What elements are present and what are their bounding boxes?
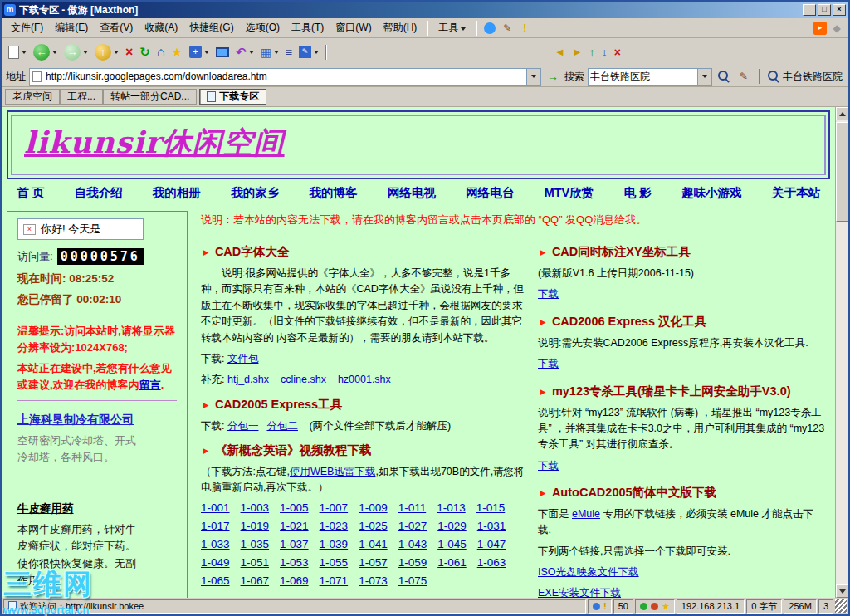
lesson-link[interactable]: 1-029 [437,520,467,532]
pen-icon[interactable]: ✎ [500,21,515,36]
scroll-top-button[interactable]: ↑ [586,41,598,64]
lesson-link[interactable]: 1-041 [359,538,388,550]
menu-item[interactable]: 查看(V) [94,18,139,37]
back-button[interactable]: ← [30,41,61,64]
menu-item[interactable]: 选项(O) [240,18,286,37]
nav-link[interactable]: 电 影 [624,185,652,201]
nav-link[interactable]: 我的博客 [310,185,358,201]
nav-link[interactable]: 自我介绍 [74,185,122,201]
lesson-link[interactable]: 1-043 [398,538,427,550]
download-link[interactable]: 下载 [538,358,559,369]
lesson-link[interactable]: 1-055 [320,556,349,569]
lesson-link[interactable]: 1-013 [437,501,466,514]
nav-link[interactable]: MTV欣赏 [545,185,594,201]
tab[interactable]: 工程... [60,89,103,105]
lesson-link[interactable]: 1-017 [201,520,230,532]
lesson-link[interactable]: 1-075 [398,574,427,587]
refresh-button[interactable]: ↻ [136,41,154,64]
lesson-link[interactable]: 1-069 [280,574,309,587]
screen-capture-button[interactable] [212,41,232,64]
new-page-button[interactable] [5,41,30,64]
lesson-link[interactable]: 1-011 [398,501,427,514]
maximize-button[interactable]: □ [818,4,831,16]
tab[interactable]: 老虎空间 [5,89,60,105]
address-input[interactable] [44,71,526,82]
menu-item[interactable]: 窗口(W) [330,18,377,37]
address-dropdown-button[interactable] [526,69,540,85]
home-button[interactable]: ⌂ [154,41,169,64]
search-input[interactable] [589,71,697,82]
lesson-link[interactable]: 1-021 [280,520,309,532]
form-fill-button[interactable]: ▦ [257,41,282,64]
web-thunder-link[interactable]: 使用WEB迅雷下载 [290,466,375,477]
lesson-link[interactable]: 1-039 [320,538,349,550]
med-link[interactable]: 牛皮癣用药 [17,501,74,516]
lesson-link[interactable]: 1-061 [437,556,467,569]
scroll-down-button[interactable] [836,584,848,598]
lesson-link[interactable]: 1-003 [241,501,270,514]
message-link[interactable]: 留言 [139,379,161,391]
notes-button[interactable]: ✎ [296,41,322,64]
lesson-link[interactable]: 1-073 [359,574,388,587]
previous-result-button[interactable]: ◄ [551,41,569,64]
lightning-icon[interactable]: ! [603,601,607,611]
stop-button[interactable]: × [122,41,136,64]
lesson-link[interactable]: 1-015 [476,501,506,514]
menu-item[interactable]: 快捷组(G) [183,18,239,37]
lesson-link[interactable]: 1-035 [241,538,270,550]
exe-download-link[interactable]: EXE安装文件下载 [538,587,621,599]
lesson-link[interactable]: 1-001 [201,501,230,514]
download-button[interactable]: ↓ [598,41,611,64]
highlight-button[interactable]: ✎ [736,69,751,84]
favorites-status-icon[interactable]: ★ [662,601,670,612]
lesson-link[interactable]: 1-049 [201,556,230,569]
minimize-button[interactable]: _ [803,4,816,16]
lesson-link[interactable]: 1-059 [398,556,427,569]
lesson-link[interactable]: 1-019 [241,520,270,532]
lesson-link[interactable]: 1-063 [477,556,506,569]
lesson-link[interactable]: 1-071 [320,574,349,587]
next-result-button[interactable]: ► [569,41,586,64]
search-go-button[interactable] [716,69,731,84]
download-link[interactable]: 下载 [538,288,559,300]
nav-link[interactable]: 网络电视 [388,185,436,201]
font-file-link[interactable]: htj_d.shx [227,374,269,385]
scroll-thumb[interactable] [836,122,848,222]
lesson-link[interactable]: 1-033 [201,538,230,550]
add-favorite-button[interactable]: + [186,41,212,64]
search-dropdown-button[interactable] [697,69,711,85]
lesson-link[interactable]: 1-031 [477,520,506,532]
media-play-icon[interactable]: ► [813,22,827,35]
file-pack-link[interactable]: 文件包 [227,353,259,364]
lesson-link[interactable]: 1-047 [477,538,506,550]
speed-panel[interactable]: 50 [613,599,633,614]
lesson-link[interactable]: 1-057 [359,556,388,569]
diamond-icon[interactable]: ◆ [829,21,844,36]
company-link[interactable]: 上海科垦制冷有限公司 [17,411,135,428]
tools-dropdown[interactable]: 工具 [432,18,471,37]
resize-grip[interactable] [835,599,847,613]
lesson-link[interactable]: 1-007 [320,501,349,514]
go-button[interactable]: → [545,69,560,84]
download-link[interactable]: 下载 [538,460,559,472]
nav-link[interactable]: 我的相册 [153,185,201,201]
tab-active[interactable]: 下载专区 [199,89,266,105]
lesson-link[interactable]: 1-005 [280,501,309,514]
package-link[interactable]: 分包二 [266,420,298,432]
menu-item[interactable]: 文件(F) [5,18,49,37]
lesson-link[interactable]: 1-065 [201,574,230,587]
font-file-link[interactable]: hz0001.shx [338,374,391,385]
scroll-up-button[interactable] [836,107,848,120]
list-button[interactable]: ≡ [282,41,296,64]
nav-link[interactable]: 趣味小游戏 [681,185,742,201]
online-status-icon[interactable] [640,603,647,610]
proxy-status-icon[interactable] [651,603,658,610]
font-file-link[interactable]: ccline.shx [281,374,326,385]
shield-icon[interactable] [593,603,600,610]
lesson-link[interactable]: 1-025 [359,520,388,532]
iso-download-link[interactable]: ISO光盘映象文件下载 [538,566,639,578]
nav-link[interactable]: 关于本站 [772,185,820,201]
menu-item[interactable]: 工具(T) [286,18,330,37]
site-search-bar[interactable]: 丰台铁路医院 [767,70,844,84]
nav-link[interactable]: 网络电台 [466,185,514,201]
